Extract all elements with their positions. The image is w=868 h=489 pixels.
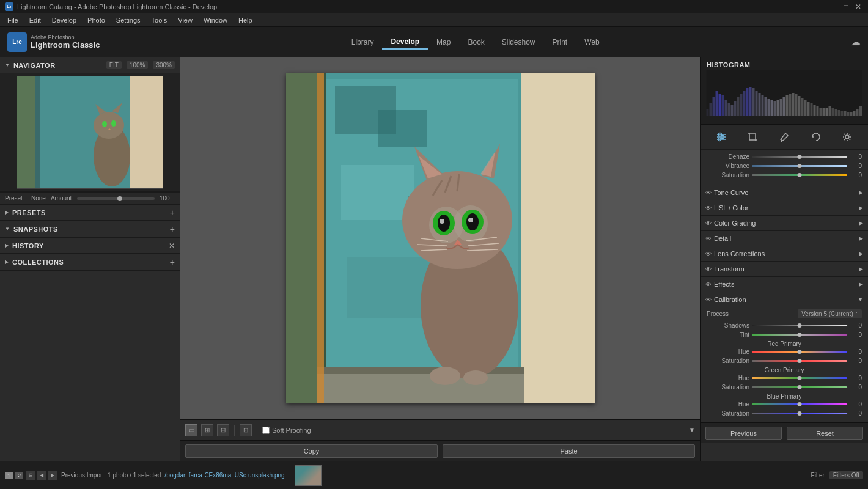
amount-slider[interactable] — [77, 197, 155, 200]
menu-photo[interactable]: Photo — [83, 15, 110, 25]
svg-rect-25 — [317, 73, 324, 403]
presets-header[interactable]: ▶ Presets + — [0, 205, 180, 221]
titlebar-controls[interactable]: ─ □ ✕ — [829, 2, 863, 12]
vibrance-value: 0 — [850, 163, 862, 169]
menu-view[interactable]: View — [173, 15, 197, 25]
dehaze-slider[interactable] — [752, 156, 847, 158]
zoom-100-btn[interactable]: 100% — [127, 61, 149, 69]
blue-hue-label: Hue — [707, 401, 749, 408]
effects-eye-icon[interactable]: 👁 — [705, 281, 712, 288]
color-grading-eye-icon[interactable]: 👁 — [705, 220, 712, 227]
paste-button[interactable]: Paste — [443, 444, 695, 458]
detail-header[interactable]: 👁 Detail ▶ — [701, 231, 868, 246]
navigator-header[interactable]: ▼ Navigator FIT 100% 300% — [0, 57, 180, 73]
zoom-300-btn[interactable]: 300% — [153, 61, 175, 69]
filmstrip-thumb-image — [295, 466, 321, 485]
amount-value: 100 — [160, 195, 175, 202]
tone-curve-header[interactable]: 👁 Tone Curve ▶ — [701, 185, 868, 200]
module-map[interactable]: Map — [428, 35, 459, 49]
filename[interactable]: /bogdan-farca-CEx86maLUSc-unsplash.png — [164, 472, 284, 479]
calibration-header[interactable]: 👁 Calibration ▼ — [701, 292, 868, 307]
module-slideshow[interactable]: Slideshow — [493, 35, 544, 49]
shadows-slider[interactable] — [752, 325, 847, 326]
green-sat-label: Saturation — [707, 384, 749, 391]
vibrance-slider[interactable] — [752, 165, 847, 167]
module-web[interactable]: Web — [576, 35, 608, 49]
history-clear-btn[interactable]: ✕ — [169, 241, 175, 250]
svg-rect-103 — [859, 106, 862, 116]
module-develop[interactable]: Develop — [382, 35, 428, 50]
crop-tool[interactable] — [744, 128, 761, 145]
tint-slider[interactable] — [752, 334, 847, 336]
hsl-eye-icon[interactable]: 👁 — [705, 205, 712, 211]
snapshots-header[interactable]: ▼ Snapshots + — [0, 221, 180, 237]
process-value[interactable]: Version 5 (Current) ÷ — [798, 309, 862, 318]
menu-tools[interactable]: Tools — [147, 15, 172, 25]
previous-button[interactable]: Previous — [705, 427, 782, 440]
transform-header[interactable]: 👁 Transform ▶ — [701, 262, 868, 276]
svg-rect-54 — [710, 103, 712, 116]
detail-eye-icon[interactable]: 👁 — [705, 235, 712, 242]
blue-saturation-slider[interactable] — [752, 413, 847, 414]
menu-settings[interactable]: Settings — [111, 15, 145, 25]
grid-view-btn[interactable]: ⊞ — [201, 424, 213, 436]
filmstrip-num2[interactable]: 2 — [15, 472, 23, 479]
menu-edit[interactable]: Edit — [24, 15, 46, 25]
basic-adjustments-tool[interactable] — [713, 128, 730, 145]
presets-add-btn[interactable]: + — [170, 208, 175, 218]
survey-view-btn[interactable]: ⊡ — [240, 424, 252, 436]
collections-add-btn[interactable]: + — [170, 257, 175, 267]
minimize-button[interactable]: ─ — [829, 2, 839, 12]
cloud-icon[interactable]: ☁ — [851, 36, 861, 48]
effects-header[interactable]: 👁 Effects ▶ — [701, 277, 868, 292]
transform-eye-icon[interactable]: 👁 — [705, 266, 712, 273]
navigator-svg — [17, 76, 163, 189]
tone-curve-eye-icon[interactable]: 👁 — [705, 189, 712, 196]
navigator-triangle: ▼ — [5, 62, 10, 68]
module-library[interactable]: Library — [343, 35, 383, 49]
compare-view-btn[interactable]: ⊟ — [217, 424, 229, 436]
red-saturation-slider[interactable] — [752, 360, 847, 362]
lens-corrections-header[interactable]: 👁 Lens Corrections ▶ — [701, 246, 868, 261]
saturation-slider[interactable] — [752, 174, 847, 176]
hsl-header[interactable]: 👁 HSL / Color ▶ — [701, 200, 868, 215]
zoom-fit-btn[interactable]: FIT — [106, 61, 122, 69]
menu-help[interactable]: Help — [234, 15, 257, 25]
copy-button[interactable]: Copy — [185, 444, 438, 458]
calibration-eye-icon[interactable]: 👁 — [705, 296, 712, 303]
collections-header[interactable]: ▶ Collections + — [0, 254, 180, 270]
filmstrip-grid-icon[interactable]: ⊞ — [26, 471, 35, 480]
close-button[interactable]: ✕ — [853, 2, 863, 12]
menu-window[interactable]: Window — [199, 15, 232, 25]
snapshots-add-btn[interactable]: + — [170, 224, 175, 234]
module-book[interactable]: Book — [459, 35, 493, 49]
toolbar-dropdown-arrow[interactable]: ▼ — [689, 427, 695, 433]
lens-eye-icon[interactable]: 👁 — [705, 251, 712, 257]
module-print[interactable]: Print — [544, 35, 576, 49]
maximize-button[interactable]: □ — [841, 2, 851, 12]
filmstrip-nav-next[interactable]: ▶ — [48, 471, 57, 480]
settings-tool[interactable] — [839, 128, 856, 145]
brush-tool[interactable] — [776, 128, 793, 145]
effects-label: Effects — [714, 281, 734, 288]
reset-button[interactable]: Reset — [787, 427, 863, 440]
menu-develop[interactable]: Develop — [47, 15, 81, 25]
green-saturation-slider[interactable] — [752, 386, 847, 388]
menu-file[interactable]: File — [2, 15, 23, 25]
transform-section: 👁 Transform ▶ — [701, 262, 868, 277]
soft-proofing-toggle[interactable]: Soft Proofing — [262, 427, 311, 434]
soft-proofing-checkbox[interactable] — [262, 427, 270, 434]
filmstrip-thumbnail[interactable] — [295, 465, 322, 486]
color-grading-header[interactable]: 👁 Color Grading ▶ — [701, 216, 868, 230]
single-view-btn[interactable]: ▭ — [185, 424, 197, 436]
history-header[interactable]: ▶ History ✕ — [0, 238, 180, 254]
filmstrip-nav-prev[interactable]: ◀ — [37, 471, 46, 480]
blue-hue-slider[interactable] — [752, 403, 847, 405]
filter-value[interactable]: Filters Off — [829, 471, 863, 479]
filter-label: Filter — [811, 472, 825, 479]
rotate-tool[interactable] — [807, 128, 825, 145]
red-hue-slider[interactable] — [752, 351, 847, 353]
green-hue-slider[interactable] — [752, 377, 847, 379]
filmstrip-num1[interactable]: 1 — [5, 472, 13, 479]
svg-rect-72 — [765, 97, 767, 116]
